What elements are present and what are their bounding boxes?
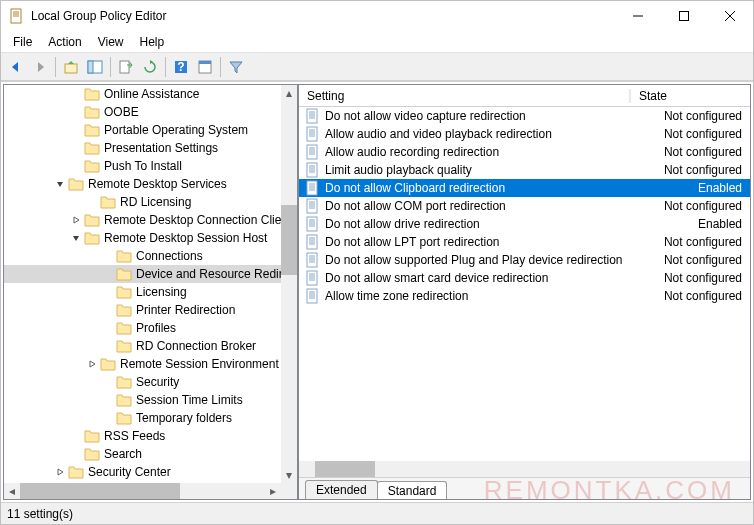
up-button[interactable] [60,56,82,78]
tab-standard[interactable]: Standard [377,481,448,500]
tree-item[interactable]: RD Connection Broker [4,337,281,355]
tree-item[interactable]: Push To Install [4,157,281,175]
list-row[interactable]: Do not allow video capture redirectionNo… [299,107,750,125]
tree-item[interactable]: Session Time Limits [4,391,281,409]
tree-item[interactable]: RD Licensing [4,193,281,211]
app-icon [9,8,25,24]
setting-state: Enabled [630,181,750,195]
folder-icon [116,393,132,407]
forward-button[interactable] [29,56,51,78]
tree-spacer [68,158,84,174]
list-row[interactable]: Do not allow LPT port redirectionNot con… [299,233,750,251]
tree-item[interactable]: Profiles [4,319,281,337]
tree-label: Online Assistance [104,87,199,101]
tree-item[interactable]: Remote Desktop Services [4,175,281,193]
list-row[interactable]: Do not allow Clipboard redirectionEnable… [299,179,750,197]
export-button[interactable] [115,56,137,78]
list-row[interactable]: Do not allow smart card device redirecti… [299,269,750,287]
folder-icon [84,105,100,119]
folder-icon [100,357,116,371]
tree-item[interactable]: Online Assistance [4,85,281,103]
tree-label: Push To Install [104,159,182,173]
help-button[interactable]: ? [170,56,192,78]
chevron-right-icon[interactable] [68,212,84,228]
list-row[interactable]: Do not allow supported Plug and Play dev… [299,251,750,269]
tree-item[interactable]: Security Center [4,463,281,481]
tree-item[interactable]: Device and Resource Redirection [4,265,281,283]
tree-item[interactable]: Remote Desktop Connection Client [4,211,281,229]
tree-item[interactable]: Temporary folders [4,409,281,427]
menu-file[interactable]: File [5,33,40,51]
properties-button[interactable] [194,56,216,78]
folder-icon [100,195,116,209]
list-row[interactable]: Do not allow COM port redirectionNot con… [299,197,750,215]
folder-icon [116,411,132,425]
tree-label: Profiles [136,321,176,335]
setting-state: Not configured [630,163,750,177]
folder-icon [84,123,100,137]
list-row[interactable]: Allow audio recording redirectionNot con… [299,143,750,161]
setting-name: Do not allow video capture redirection [325,109,630,123]
tree-item[interactable]: Remote Desktop Session Host [4,229,281,247]
tree-spacer [68,122,84,138]
tree-item[interactable]: Remote Session Environment [4,355,281,373]
folder-icon [84,447,100,461]
list-row[interactable]: Allow audio and video playback redirecti… [299,125,750,143]
refresh-button[interactable] [139,56,161,78]
tree-label: RD Connection Broker [136,339,256,353]
tree-item[interactable]: Presentation Settings [4,139,281,157]
folder-icon [116,249,132,263]
chevron-right-icon[interactable] [84,356,100,372]
tree-item[interactable]: OOBE [4,103,281,121]
setting-state: Not configured [630,109,750,123]
chevron-down-icon[interactable] [68,230,84,246]
back-button[interactable] [5,56,27,78]
setting-name: Do not allow Clipboard redirection [325,181,630,195]
menu-help[interactable]: Help [132,33,173,51]
tree-item[interactable]: Portable Operating System [4,121,281,139]
tree-spacer [100,374,116,390]
svg-rect-8 [65,64,77,73]
setting-state: Not configured [630,253,750,267]
tree-label: Search [104,447,142,461]
tree-label: RD Licensing [120,195,191,209]
tab-extended[interactable]: Extended [305,480,378,499]
chevron-down-icon[interactable] [52,176,68,192]
folder-icon [68,465,84,479]
folder-icon [84,213,100,227]
minimize-button[interactable] [615,1,661,31]
tree-item[interactable]: Security [4,373,281,391]
tree-item[interactable]: RSS Feeds [4,427,281,445]
tree-label: Printer Redirection [136,303,235,317]
policy-icon [305,180,321,196]
list-row[interactable]: Do not allow drive redirectionEnabled [299,215,750,233]
maximize-button[interactable] [661,1,707,31]
folder-icon [84,141,100,155]
show-hide-tree-button[interactable] [84,56,106,78]
tree-spacer [100,410,116,426]
settings-pane: Setting State Do not allow video capture… [298,84,751,500]
filter-button[interactable] [225,56,247,78]
tree-horizontal-scrollbar[interactable]: ◂ ▸ [4,483,297,499]
list-row[interactable]: Limit audio playback qualityNot configur… [299,161,750,179]
column-state[interactable]: State [630,89,750,103]
tree-item[interactable]: Connections [4,247,281,265]
folder-icon [116,375,132,389]
tree-item[interactable]: Search [4,445,281,463]
close-button[interactable] [707,1,753,31]
setting-state: Not configured [630,145,750,159]
tree-item[interactable]: Licensing [4,283,281,301]
menu-action[interactable]: Action [40,33,89,51]
tree-item[interactable]: Printer Redirection [4,301,281,319]
chevron-right-icon[interactable] [52,464,68,480]
menu-view[interactable]: View [90,33,132,51]
tree-spacer [68,86,84,102]
column-setting[interactable]: Setting [299,89,630,103]
policy-icon [305,162,321,178]
list-row[interactable]: Allow time zone redirectionNot configure… [299,287,750,305]
list-horizontal-scrollbar[interactable] [299,461,734,477]
tree-vertical-scrollbar[interactable]: ▴ ▾ [281,85,297,483]
tree-spacer [100,338,116,354]
setting-name: Do not allow drive redirection [325,217,630,231]
tree-label: Security [136,375,179,389]
